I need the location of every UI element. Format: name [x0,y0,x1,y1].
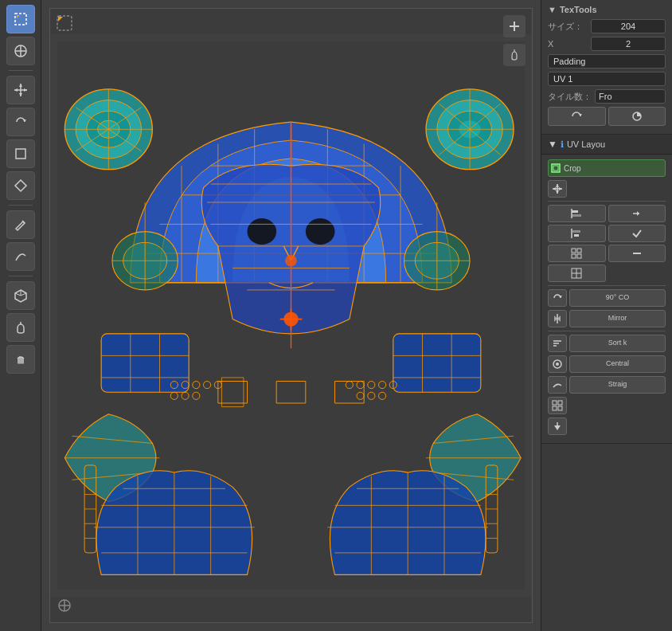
grid-layout-btn[interactable] [548,397,567,414]
straight-label: Straig [608,380,627,388]
align-left-btn[interactable] [548,205,606,222]
align-cross-btn[interactable] [548,180,567,198]
annotate-tool-btn[interactable] [6,210,35,239]
grid-plus-btn[interactable] [548,265,606,282]
uv-layout-label: UV Layou [567,139,605,149]
sort-label: Sort k [608,339,627,347]
uv-layout-section: Crop [541,155,672,444]
svg-marker-176 [559,296,562,298]
uv-name-dropdown[interactable]: UV 1 [548,72,666,86]
svg-point-73 [285,255,297,267]
cursor-tool-btn[interactable] [6,37,35,65]
mirror-btn[interactable]: Mirror [569,310,666,327]
info-icon: ℹ [561,139,564,150]
x-value[interactable]: 2 [591,37,666,51]
svg-marker-13 [15,180,26,191]
svg-rect-153 [553,166,558,170]
select-tool-btn[interactable] [6,5,35,33]
align-icon-row [548,180,666,198]
svg-point-182 [556,363,559,366]
crop-label: Crop [564,164,581,173]
main-content [41,0,541,631]
uv-layout-collapse[interactable]: ▼ [548,139,557,150]
mirror-label: Mirror [608,314,627,322]
align-row-1 [548,205,666,222]
svg-rect-165 [572,230,580,233]
uv-canvas [49,8,533,623]
grab-tool-btn[interactable] [6,313,35,342]
arrow-down-btn[interactable] [548,417,567,435]
svg-rect-171 [577,254,581,258]
divider-2 [548,285,666,286]
rotate90-btn[interactable]: 90° CO [569,289,666,307]
mirror-btn-row: Mirror [548,310,666,327]
align-check-btn[interactable] [608,225,666,242]
svg-marker-21 [58,17,63,22]
central-btn[interactable]: Central [569,355,666,373]
x-label: X [548,39,588,49]
straight-icon-btn[interactable] [548,376,567,394]
align-center-btn[interactable] [548,225,606,242]
move-tool-btn[interactable] [6,76,35,104]
hand-viewport-icon[interactable] [503,44,525,66]
straight-btn-row: Straig [548,376,666,394]
svg-point-64 [248,218,277,245]
pinch-tool-btn[interactable] [6,345,35,374]
padding-value[interactable]: Padding [548,54,666,69]
svg-marker-158 [553,187,556,190]
align-right-btn[interactable] [608,205,666,222]
right-panel: ▼ TexTools サイズ： 204 X 2 Padding UV 1 タイル… [541,0,672,631]
cube-tool-btn[interactable] [6,281,35,310]
uv-viewport[interactable] [41,0,541,631]
minus-btn[interactable] [608,245,666,262]
add-viewport-icon[interactable] [503,15,525,37]
size-value[interactable]: 204 [591,19,666,33]
color-btn[interactable] [608,107,666,126]
collapse-triangle[interactable]: ▼ [548,5,557,14]
tiles-value[interactable]: Fro [595,89,666,104]
uv-layout-header: ▼ ℹ UV Layou [541,135,672,155]
svg-marker-1 [17,15,20,18]
svg-rect-166 [574,234,579,237]
annotate2-tool-btn[interactable] [6,242,35,271]
x-row: X 2 [548,37,666,51]
svg-marker-159 [559,187,562,190]
crop-btn-row: Crop [548,159,666,177]
crop-btn[interactable]: Crop [548,159,666,177]
toolbar-sep-3 [9,276,33,276]
grid-icon-btn-row [548,397,666,414]
uv-name-row: UV 1 [548,72,666,86]
svg-rect-186 [558,406,562,410]
rotate90-icon-btn[interactable] [548,289,567,307]
rotate-btn-row: 90° CO [548,289,666,307]
textools-section: ▼ TexTools サイズ： 204 X 2 Padding UV 1 タイル… [541,0,672,135]
straight-btn[interactable]: Straig [569,376,666,394]
mirror-icon-btn[interactable] [548,310,567,327]
rotate-tool-btn[interactable] [6,108,35,136]
svg-marker-10 [24,88,27,92]
size-row: サイズ： 204 [548,19,666,33]
toolbar-sep-2 [9,205,33,206]
sort-icon-btn[interactable] [548,335,567,352]
central-btn-row: Central [548,355,666,373]
grid-btn[interactable] [548,245,606,262]
svg-marker-8 [19,93,22,96]
textools-label: TexTools [560,5,597,14]
sort-btn[interactable]: Sort k [569,335,666,352]
svg-marker-187 [554,425,561,430]
svg-rect-168 [572,249,576,253]
align-row-2 [548,225,666,242]
tiles-label: タイル数： [548,91,592,103]
svg-rect-169 [577,249,581,253]
refresh-btn[interactable] [548,107,606,126]
scale-tool-btn[interactable] [6,139,35,168]
svg-marker-7 [19,84,22,87]
svg-point-65 [306,218,335,245]
svg-marker-157 [556,190,559,194]
transform-tool-btn[interactable] [6,171,35,200]
rotate90-label: 90° CO [606,293,630,301]
central-label: Central [606,359,629,367]
divider-1 [548,201,666,202]
svg-marker-150 [579,114,582,116]
central-icon-btn[interactable] [548,355,567,373]
